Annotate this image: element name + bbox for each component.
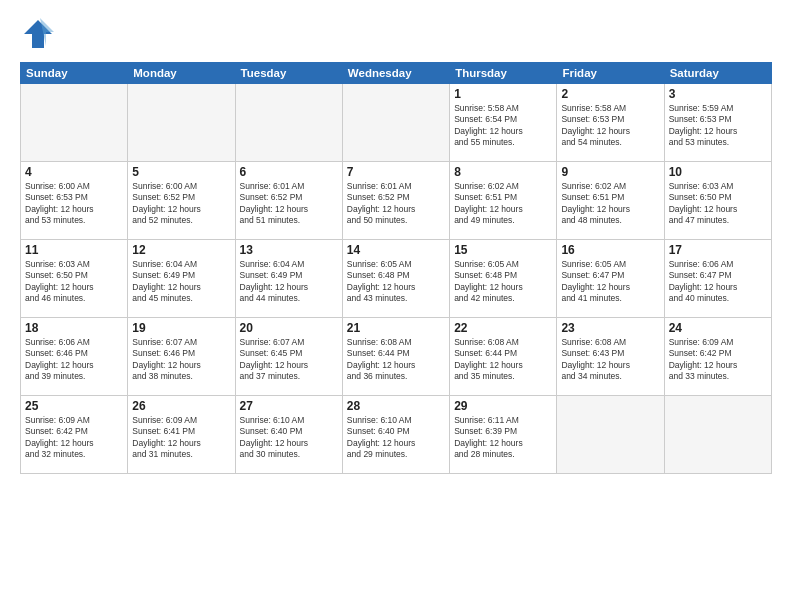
day-number: 2 (561, 87, 659, 101)
day-number: 17 (669, 243, 767, 257)
calendar-cell: 20Sunrise: 6:07 AM Sunset: 6:45 PM Dayli… (235, 318, 342, 396)
day-info: Sunrise: 6:01 AM Sunset: 6:52 PM Dayligh… (347, 181, 445, 227)
calendar-week-1: 4Sunrise: 6:00 AM Sunset: 6:53 PM Daylig… (21, 162, 772, 240)
calendar-cell: 25Sunrise: 6:09 AM Sunset: 6:42 PM Dayli… (21, 396, 128, 474)
day-info: Sunrise: 6:00 AM Sunset: 6:53 PM Dayligh… (25, 181, 123, 227)
weekday-header-friday: Friday (557, 63, 664, 84)
weekday-header-sunday: Sunday (21, 63, 128, 84)
calendar-cell: 16Sunrise: 6:05 AM Sunset: 6:47 PM Dayli… (557, 240, 664, 318)
calendar-cell: 14Sunrise: 6:05 AM Sunset: 6:48 PM Dayli… (342, 240, 449, 318)
day-number: 6 (240, 165, 338, 179)
day-info: Sunrise: 5:58 AM Sunset: 6:53 PM Dayligh… (561, 103, 659, 149)
day-info: Sunrise: 6:04 AM Sunset: 6:49 PM Dayligh… (240, 259, 338, 305)
day-info: Sunrise: 6:10 AM Sunset: 6:40 PM Dayligh… (347, 415, 445, 461)
day-number: 15 (454, 243, 552, 257)
day-number: 14 (347, 243, 445, 257)
calendar-cell: 10Sunrise: 6:03 AM Sunset: 6:50 PM Dayli… (664, 162, 771, 240)
day-info: Sunrise: 5:59 AM Sunset: 6:53 PM Dayligh… (669, 103, 767, 149)
calendar-week-3: 18Sunrise: 6:06 AM Sunset: 6:46 PM Dayli… (21, 318, 772, 396)
calendar-cell: 2Sunrise: 5:58 AM Sunset: 6:53 PM Daylig… (557, 84, 664, 162)
calendar-week-4: 25Sunrise: 6:09 AM Sunset: 6:42 PM Dayli… (21, 396, 772, 474)
weekday-header-saturday: Saturday (664, 63, 771, 84)
day-number: 1 (454, 87, 552, 101)
calendar-cell: 8Sunrise: 6:02 AM Sunset: 6:51 PM Daylig… (450, 162, 557, 240)
day-info: Sunrise: 6:09 AM Sunset: 6:42 PM Dayligh… (669, 337, 767, 383)
day-number: 3 (669, 87, 767, 101)
calendar-cell: 24Sunrise: 6:09 AM Sunset: 6:42 PM Dayli… (664, 318, 771, 396)
calendar-cell: 27Sunrise: 6:10 AM Sunset: 6:40 PM Dayli… (235, 396, 342, 474)
day-number: 12 (132, 243, 230, 257)
day-info: Sunrise: 6:09 AM Sunset: 6:42 PM Dayligh… (25, 415, 123, 461)
calendar-cell: 7Sunrise: 6:01 AM Sunset: 6:52 PM Daylig… (342, 162, 449, 240)
day-number: 5 (132, 165, 230, 179)
day-number: 24 (669, 321, 767, 335)
calendar-cell: 28Sunrise: 6:10 AM Sunset: 6:40 PM Dayli… (342, 396, 449, 474)
page: SundayMondayTuesdayWednesdayThursdayFrid… (0, 0, 792, 612)
day-info: Sunrise: 6:05 AM Sunset: 6:48 PM Dayligh… (454, 259, 552, 305)
header (20, 16, 772, 52)
day-info: Sunrise: 6:03 AM Sunset: 6:50 PM Dayligh… (669, 181, 767, 227)
day-info: Sunrise: 6:06 AM Sunset: 6:46 PM Dayligh… (25, 337, 123, 383)
calendar-week-0: 1Sunrise: 5:58 AM Sunset: 6:54 PM Daylig… (21, 84, 772, 162)
calendar-cell (342, 84, 449, 162)
calendar-cell: 18Sunrise: 6:06 AM Sunset: 6:46 PM Dayli… (21, 318, 128, 396)
calendar-cell: 23Sunrise: 6:08 AM Sunset: 6:43 PM Dayli… (557, 318, 664, 396)
weekday-header-monday: Monday (128, 63, 235, 84)
day-info: Sunrise: 6:11 AM Sunset: 6:39 PM Dayligh… (454, 415, 552, 461)
calendar-cell: 29Sunrise: 6:11 AM Sunset: 6:39 PM Dayli… (450, 396, 557, 474)
day-number: 19 (132, 321, 230, 335)
calendar-cell: 6Sunrise: 6:01 AM Sunset: 6:52 PM Daylig… (235, 162, 342, 240)
logo-icon (20, 16, 56, 52)
calendar-cell: 26Sunrise: 6:09 AM Sunset: 6:41 PM Dayli… (128, 396, 235, 474)
day-info: Sunrise: 6:08 AM Sunset: 6:44 PM Dayligh… (454, 337, 552, 383)
day-info: Sunrise: 6:08 AM Sunset: 6:44 PM Dayligh… (347, 337, 445, 383)
calendar-cell: 9Sunrise: 6:02 AM Sunset: 6:51 PM Daylig… (557, 162, 664, 240)
day-info: Sunrise: 6:03 AM Sunset: 6:50 PM Dayligh… (25, 259, 123, 305)
day-info: Sunrise: 6:01 AM Sunset: 6:52 PM Dayligh… (240, 181, 338, 227)
calendar-cell (557, 396, 664, 474)
day-number: 21 (347, 321, 445, 335)
calendar-cell: 1Sunrise: 5:58 AM Sunset: 6:54 PM Daylig… (450, 84, 557, 162)
day-info: Sunrise: 6:00 AM Sunset: 6:52 PM Dayligh… (132, 181, 230, 227)
day-number: 9 (561, 165, 659, 179)
weekday-header-wednesday: Wednesday (342, 63, 449, 84)
calendar-cell: 11Sunrise: 6:03 AM Sunset: 6:50 PM Dayli… (21, 240, 128, 318)
calendar-cell: 17Sunrise: 6:06 AM Sunset: 6:47 PM Dayli… (664, 240, 771, 318)
day-number: 20 (240, 321, 338, 335)
calendar-cell (128, 84, 235, 162)
day-info: Sunrise: 6:07 AM Sunset: 6:46 PM Dayligh… (132, 337, 230, 383)
calendar-table: SundayMondayTuesdayWednesdayThursdayFrid… (20, 62, 772, 474)
day-number: 8 (454, 165, 552, 179)
day-info: Sunrise: 5:58 AM Sunset: 6:54 PM Dayligh… (454, 103, 552, 149)
day-number: 18 (25, 321, 123, 335)
calendar-cell: 22Sunrise: 6:08 AM Sunset: 6:44 PM Dayli… (450, 318, 557, 396)
day-info: Sunrise: 6:08 AM Sunset: 6:43 PM Dayligh… (561, 337, 659, 383)
day-number: 10 (669, 165, 767, 179)
day-number: 13 (240, 243, 338, 257)
day-number: 26 (132, 399, 230, 413)
calendar-cell (235, 84, 342, 162)
calendar-cell: 3Sunrise: 5:59 AM Sunset: 6:53 PM Daylig… (664, 84, 771, 162)
day-number: 22 (454, 321, 552, 335)
day-number: 16 (561, 243, 659, 257)
day-info: Sunrise: 6:07 AM Sunset: 6:45 PM Dayligh… (240, 337, 338, 383)
calendar-cell: 15Sunrise: 6:05 AM Sunset: 6:48 PM Dayli… (450, 240, 557, 318)
day-info: Sunrise: 6:06 AM Sunset: 6:47 PM Dayligh… (669, 259, 767, 305)
day-number: 4 (25, 165, 123, 179)
day-info: Sunrise: 6:04 AM Sunset: 6:49 PM Dayligh… (132, 259, 230, 305)
calendar-cell (21, 84, 128, 162)
calendar-cell: 4Sunrise: 6:00 AM Sunset: 6:53 PM Daylig… (21, 162, 128, 240)
calendar-cell: 19Sunrise: 6:07 AM Sunset: 6:46 PM Dayli… (128, 318, 235, 396)
calendar-cell (664, 396, 771, 474)
day-number: 28 (347, 399, 445, 413)
day-number: 23 (561, 321, 659, 335)
calendar-cell: 13Sunrise: 6:04 AM Sunset: 6:49 PM Dayli… (235, 240, 342, 318)
day-info: Sunrise: 6:09 AM Sunset: 6:41 PM Dayligh… (132, 415, 230, 461)
day-number: 25 (25, 399, 123, 413)
day-info: Sunrise: 6:02 AM Sunset: 6:51 PM Dayligh… (454, 181, 552, 227)
logo (20, 16, 62, 52)
calendar-cell: 5Sunrise: 6:00 AM Sunset: 6:52 PM Daylig… (128, 162, 235, 240)
day-number: 27 (240, 399, 338, 413)
day-number: 11 (25, 243, 123, 257)
day-info: Sunrise: 6:05 AM Sunset: 6:47 PM Dayligh… (561, 259, 659, 305)
